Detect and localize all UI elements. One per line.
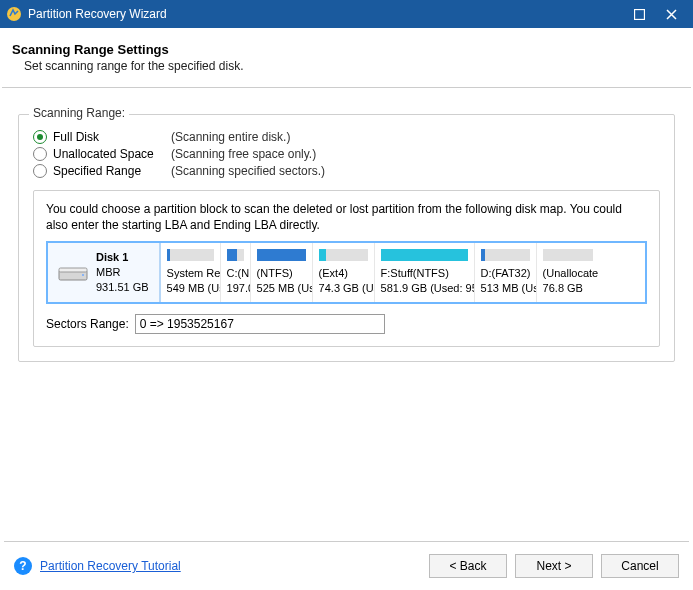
usage-bar	[381, 249, 468, 261]
disk-map-hint: You could choose a partition block to sc…	[46, 201, 647, 233]
partition-size: 74.3 GB (Us	[319, 281, 368, 296]
app-icon	[6, 6, 22, 22]
radio-option-unallocated-space[interactable]: Unallocated Space(Scanning free space on…	[33, 147, 660, 161]
partition-block[interactable]: D:(FAT32)513 MB (Us	[475, 243, 537, 302]
fieldset-legend: Scanning Range:	[29, 106, 129, 120]
partition-block[interactable]: (Unallocate76.8 GB	[537, 243, 599, 302]
partition-block[interactable]: (Ext4)74.3 GB (Us	[313, 243, 375, 302]
partition-label: System Res	[167, 266, 214, 281]
help-icon[interactable]: ?	[14, 557, 32, 575]
disk-header[interactable]: Disk 1 MBR 931.51 GB	[48, 243, 161, 302]
window-maximize-button[interactable]	[623, 0, 655, 28]
disk-name: Disk 1	[96, 250, 149, 265]
svg-point-0	[7, 7, 21, 21]
partition-size: 76.8 GB	[543, 281, 593, 296]
window-close-button[interactable]	[655, 0, 687, 28]
sectors-range-label: Sectors Range:	[46, 317, 129, 331]
disk-type: MBR	[96, 265, 149, 280]
usage-bar	[481, 249, 530, 261]
radio-indicator	[33, 147, 47, 161]
partition-size: 549 MB (Us	[167, 281, 214, 296]
partition-block[interactable]: F:Stuff(NTFS)581.9 GB (Used: 95	[375, 243, 475, 302]
radio-hint: (Scanning specified sectors.)	[171, 164, 325, 178]
svg-rect-1	[634, 9, 644, 19]
back-button[interactable]: < Back	[429, 554, 507, 578]
disk-map: Disk 1 MBR 931.51 GB System Res549 MB (U…	[46, 241, 647, 304]
sectors-range-row: Sectors Range:	[46, 314, 647, 334]
window-title: Partition Recovery Wizard	[28, 7, 623, 21]
hard-disk-icon	[58, 262, 88, 284]
sectors-range-input[interactable]	[135, 314, 385, 334]
usage-bar	[319, 249, 368, 261]
footer: ? Partition Recovery Tutorial < Back Nex…	[0, 542, 693, 590]
usage-bar	[257, 249, 306, 261]
radio-indicator	[33, 164, 47, 178]
partition-label: F:Stuff(NTFS)	[381, 266, 468, 281]
radio-option-full-disk[interactable]: Full Disk(Scanning entire disk.)	[33, 130, 660, 144]
partition-size: 525 MB (Us	[257, 281, 306, 296]
partition-label: (NTFS)	[257, 266, 306, 281]
scanning-range-fieldset: Scanning Range: Full Disk(Scanning entir…	[18, 114, 675, 362]
radio-label: Specified Range	[53, 164, 163, 178]
titlebar: Partition Recovery Wizard	[0, 0, 693, 28]
cancel-button[interactable]: Cancel	[601, 554, 679, 578]
svg-point-4	[82, 274, 84, 276]
partition-label: (Ext4)	[319, 266, 368, 281]
partition-label: C:(N	[227, 266, 244, 281]
partition-size: 513 MB (Us	[481, 281, 530, 296]
disk-size: 931.51 GB	[96, 280, 149, 295]
partition-label: D:(FAT32)	[481, 266, 530, 281]
partition-label: (Unallocate	[543, 266, 593, 281]
page-subtitle: Set scanning range for the specified dis…	[24, 59, 681, 73]
partition-block[interactable]: System Res549 MB (Us	[161, 243, 221, 302]
usage-bar	[167, 249, 214, 261]
radio-label: Unallocated Space	[53, 147, 163, 161]
partition-size: 197.0	[227, 281, 244, 296]
page-header: Scanning Range Settings Set scanning ran…	[0, 28, 693, 79]
page-title: Scanning Range Settings	[12, 42, 681, 57]
radio-hint: (Scanning entire disk.)	[171, 130, 290, 144]
radio-hint: (Scanning free space only.)	[171, 147, 316, 161]
usage-bar	[543, 249, 593, 261]
partition-block[interactable]: (NTFS)525 MB (Us	[251, 243, 313, 302]
svg-rect-3	[59, 268, 87, 272]
radio-option-specified-range[interactable]: Specified Range(Scanning specified secto…	[33, 164, 660, 178]
usage-bar	[227, 249, 244, 261]
disk-header-lines: Disk 1 MBR 931.51 GB	[96, 250, 149, 295]
radio-indicator	[33, 130, 47, 144]
tutorial-link[interactable]: Partition Recovery Tutorial	[40, 559, 181, 573]
partition-size: 581.9 GB (Used: 95	[381, 281, 468, 296]
next-button[interactable]: Next >	[515, 554, 593, 578]
radio-label: Full Disk	[53, 130, 163, 144]
content-area: Scanning Range: Full Disk(Scanning entir…	[0, 88, 693, 362]
partition-block[interactable]: C:(N197.0	[221, 243, 251, 302]
disk-map-box: You could choose a partition block to sc…	[33, 190, 660, 347]
